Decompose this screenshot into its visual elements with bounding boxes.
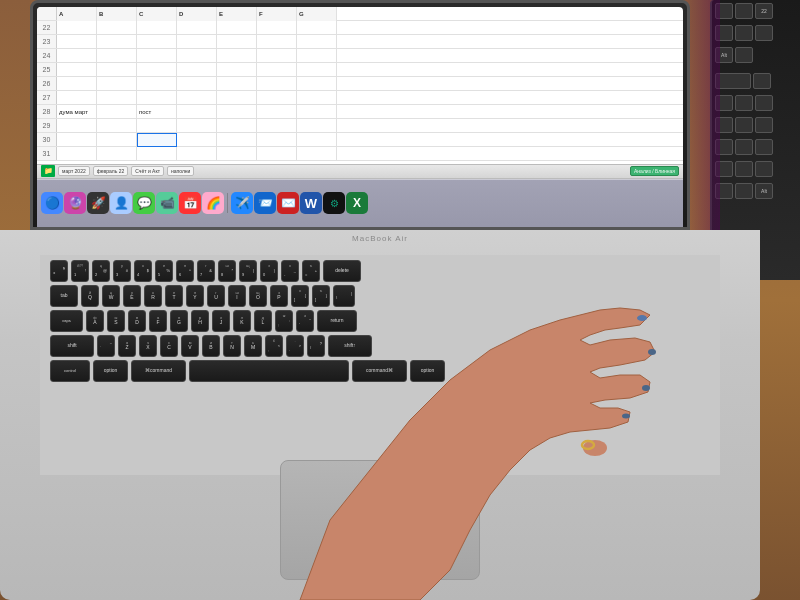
key-w[interactable]: ц W: [102, 285, 120, 307]
toolbar-item-mart[interactable]: март 2022: [58, 166, 90, 176]
key-d[interactable]: в D: [128, 310, 146, 332]
key-command-right[interactable]: command⌘: [352, 360, 407, 382]
dock-icon-launchpad[interactable]: 🚀: [87, 192, 109, 214]
key-control[interactable]: control: [50, 360, 90, 382]
key-u[interactable]: г U: [207, 285, 225, 307]
key-q[interactable]: й Q: [81, 285, 99, 307]
key-5[interactable]: е % 5: [155, 260, 173, 282]
key-e[interactable]: у E: [123, 285, 141, 307]
dock-icon-excel[interactable]: X: [346, 192, 368, 214]
dock-icon-mail[interactable]: ✉️: [277, 192, 299, 214]
ext-key: [735, 117, 753, 133]
key-h[interactable]: р H: [191, 310, 209, 332]
key-space[interactable]: [189, 360, 349, 382]
key-4[interactable]: к $ 4: [134, 260, 152, 282]
key-9[interactable]: щ ( 9: [239, 260, 257, 282]
key-minus[interactable]: х _ -: [281, 260, 299, 282]
key-s[interactable]: ы S: [107, 310, 125, 332]
key-slash[interactable]: ? /: [307, 335, 325, 357]
key-n[interactable]: т N: [223, 335, 241, 357]
toolbar-item-analysis[interactable]: Анализ / Блинная: [630, 166, 679, 176]
keyboard: § ± й?! ! 1 ц @ 2 у #: [50, 260, 710, 450]
dock-icon-facetime[interactable]: 📹: [156, 192, 178, 214]
spreadsheet: A B C D E F G 22: [37, 7, 683, 179]
key-backslash[interactable]: | \: [333, 285, 355, 307]
key-option-left[interactable]: option: [93, 360, 128, 382]
key-section[interactable]: § ±: [50, 260, 68, 282]
key-f[interactable]: а F: [149, 310, 167, 332]
dock-icon-siri[interactable]: 🔮: [64, 192, 86, 214]
key-z[interactable]: я Z: [118, 335, 136, 357]
table-row: 29: [37, 119, 683, 133]
sheet-header-row: A B C D E F G: [37, 7, 683, 21]
sheet-grid: A B C D E F G 22: [37, 7, 683, 179]
table-row: 28 дума март пост: [37, 105, 683, 119]
key-p[interactable]: з P: [270, 285, 288, 307]
dock-icon-calendar[interactable]: 📅: [179, 192, 201, 214]
trackpad[interactable]: [280, 460, 480, 580]
toolbar-item-account[interactable]: Счёт и Акт: [131, 166, 164, 176]
key-caps[interactable]: caps: [50, 310, 83, 332]
toolbar-item-fill[interactable]: наполни: [167, 166, 194, 176]
dock-icon-telegram[interactable]: ✈️: [231, 192, 253, 214]
key-bracket-right[interactable]: ъ } ]: [312, 285, 330, 307]
key-k[interactable]: л K: [233, 310, 251, 332]
key-t[interactable]: е T: [165, 285, 183, 307]
key-r[interactable]: к R: [144, 285, 162, 307]
dock-icon-contacts[interactable]: 👤: [110, 192, 132, 214]
dock-separator: [227, 193, 228, 213]
key-v[interactable]: м V: [181, 335, 199, 357]
ext-key: [755, 117, 773, 133]
key-0[interactable]: з ) 0: [260, 260, 278, 282]
ext-key: Аlt: [755, 183, 773, 199]
screen-lid: A B C D E F G 22: [30, 0, 690, 230]
key-tilde[interactable]: ~ `: [97, 335, 115, 357]
key-shift-right[interactable]: shift↑: [328, 335, 372, 357]
key-3[interactable]: у # 3: [113, 260, 131, 282]
selected-cell[interactable]: [137, 133, 177, 147]
dock-icon-telegram2[interactable]: 📨: [254, 192, 276, 214]
key-delete[interactable]: delete: [323, 260, 361, 282]
dock-icon-chatgpt[interactable]: ⚙: [323, 192, 345, 214]
col-header: D: [177, 7, 217, 21]
key-1[interactable]: й?! ! 1: [71, 260, 89, 282]
key-shift-left[interactable]: shift: [50, 335, 94, 357]
key-equals[interactable]: ъ + =: [302, 260, 320, 282]
key-c[interactable]: с C: [160, 335, 178, 357]
key-g[interactable]: п G: [170, 310, 188, 332]
key-o[interactable]: щ O: [249, 285, 267, 307]
key-a[interactable]: ф A: [86, 310, 104, 332]
key-x[interactable]: ч X: [139, 335, 157, 357]
ext-key: [735, 161, 753, 177]
table-row: 24: [37, 49, 683, 63]
key-7[interactable]: г & 7: [197, 260, 215, 282]
dock-icon-photos[interactable]: 🌈: [202, 192, 224, 214]
folder-icon: 📁: [41, 165, 55, 177]
key-b[interactable]: и B: [202, 335, 220, 357]
key-y[interactable]: н Y: [186, 285, 204, 307]
key-quote[interactable]: э " ': [296, 310, 314, 332]
key-tab[interactable]: tab: [50, 285, 78, 307]
key-return[interactable]: return: [317, 310, 357, 332]
key-m[interactable]: ь M: [244, 335, 262, 357]
dock-icon-word[interactable]: W: [300, 192, 322, 214]
key-bracket-left[interactable]: х { [: [291, 285, 309, 307]
key-j[interactable]: о J: [212, 310, 230, 332]
key-row-asdf: caps ф A ы S в D а: [50, 310, 710, 332]
toolbar-item-feb[interactable]: февраль 22: [93, 166, 129, 176]
key-2[interactable]: ц @ 2: [92, 260, 110, 282]
ext-key: [755, 25, 773, 41]
key-period[interactable]: . > .: [286, 335, 304, 357]
key-i[interactable]: ш I: [228, 285, 246, 307]
dock-icon-finder[interactable]: 🔵: [41, 192, 63, 214]
key-comma[interactable]: б < ,: [265, 335, 283, 357]
ext-key: [755, 139, 773, 155]
sheet-corner: [37, 7, 57, 20]
key-semicolon[interactable]: ж : ;: [275, 310, 293, 332]
key-command-left[interactable]: ⌘command: [131, 360, 186, 382]
key-option-right[interactable]: option: [410, 360, 445, 382]
key-8[interactable]: ш * 8: [218, 260, 236, 282]
dock-icon-messages[interactable]: 💬: [133, 192, 155, 214]
key-l[interactable]: д L: [254, 310, 272, 332]
key-6[interactable]: н ^ 6: [176, 260, 194, 282]
